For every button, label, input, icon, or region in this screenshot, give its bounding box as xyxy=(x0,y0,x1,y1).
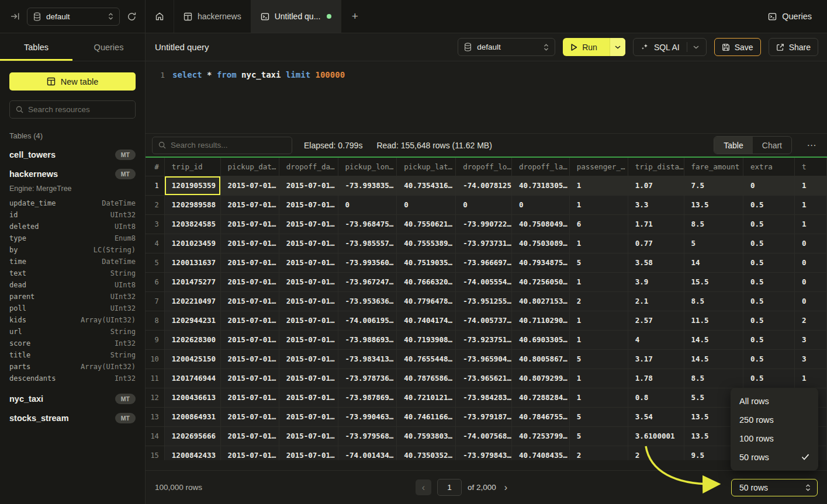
table-cell[interactable]: 0 xyxy=(794,253,826,272)
page-size-option[interactable]: All rows xyxy=(731,392,818,411)
table-cell[interactable]: 40.7253799… xyxy=(511,426,569,446)
table-cell[interactable]: 0.5 xyxy=(743,253,795,272)
table-cell[interactable]: 1 xyxy=(569,195,628,214)
table-cell[interactable]: 7.5 xyxy=(684,176,743,195)
table-cell[interactable]: 2015-07-01… xyxy=(279,272,338,291)
share-button[interactable]: Share xyxy=(769,38,818,56)
table-cell[interactable]: 1 xyxy=(569,272,628,291)
table-cell[interactable]: 3.6100001 xyxy=(628,426,684,446)
table-cell[interactable]: -73.993835… xyxy=(338,176,397,195)
view-toggle-chart[interactable]: Chart xyxy=(753,137,791,154)
results-search[interactable] xyxy=(152,137,292,154)
table-cell[interactable]: 1203824585 xyxy=(164,214,220,234)
search-resources-input[interactable] xyxy=(28,105,129,114)
table-cell[interactable]: -73.990722… xyxy=(456,214,512,234)
table-cell[interactable]: 0 xyxy=(397,195,456,214)
table-cell[interactable]: -73.985557… xyxy=(338,234,397,253)
table-cell[interactable]: 3 xyxy=(794,349,826,369)
table-cell[interactable]: -73.967247… xyxy=(338,272,397,291)
table-cell[interactable]: 5 xyxy=(569,426,628,446)
table-cell[interactable]: 8.5 xyxy=(684,214,743,234)
table-cell[interactable]: 2015-07-01… xyxy=(279,388,338,407)
table-cell[interactable]: 2015-07-01… xyxy=(220,369,279,388)
table-cell[interactable]: 40.7796478… xyxy=(397,291,456,311)
table-cell[interactable]: 2015-07-01… xyxy=(220,234,279,253)
table-cell[interactable]: 0.5 xyxy=(743,311,795,330)
table-cell[interactable]: 15.5 xyxy=(684,272,743,291)
table-cell[interactable]: 3.17 xyxy=(628,349,684,369)
table-cell[interactable]: -73.953636… xyxy=(338,291,397,311)
table-cell[interactable]: -73.968475… xyxy=(338,214,397,234)
table-cell[interactable]: 2015-07-01… xyxy=(220,176,279,195)
table-cell[interactable]: 0.5 xyxy=(743,214,795,234)
column-header[interactable]: extra xyxy=(743,158,795,176)
table-cell[interactable]: 0.5 xyxy=(743,291,795,311)
collapse-sidebar-icon[interactable] xyxy=(11,12,20,20)
table-cell[interactable]: 40.7288284… xyxy=(511,388,569,407)
table-cell[interactable]: 1200436613 xyxy=(164,388,220,407)
sidebar-tab-queries[interactable]: Queries xyxy=(72,33,145,61)
table-cell[interactable]: 40.7350352… xyxy=(397,446,456,460)
table-cell[interactable]: 40.7934875… xyxy=(511,253,569,272)
table-cell[interactable]: 40.8027153… xyxy=(511,291,569,311)
tab-home[interactable] xyxy=(146,0,174,33)
tab-hackernews[interactable]: hackernews xyxy=(174,0,251,33)
table-cell[interactable]: 40.7655448… xyxy=(397,349,456,369)
table-cell[interactable]: 2015-07-01… xyxy=(279,349,338,369)
table-cell[interactable]: 1202695666 xyxy=(164,426,220,446)
table-cell[interactable]: 1201905359 xyxy=(164,176,220,195)
table-cell[interactable]: 2 xyxy=(569,291,628,311)
table-cell[interactable]: 0.8 xyxy=(628,388,684,407)
database-selector[interactable]: default xyxy=(27,8,120,26)
table-cell[interactable]: 2015-07-01… xyxy=(220,214,279,234)
table-cell[interactable]: -74.0078125 xyxy=(456,176,512,195)
table-cell[interactable]: 2015-07-01… xyxy=(220,330,279,349)
new-table-button[interactable]: New table xyxy=(9,72,136,91)
save-button[interactable]: Save xyxy=(714,38,761,56)
query-database-selector[interactable]: default xyxy=(458,38,555,56)
table-cell[interactable]: 1 xyxy=(794,214,826,234)
table-cell[interactable]: -73.990463… xyxy=(338,407,397,426)
table-cell[interactable]: 3.58 xyxy=(628,253,684,272)
table-cell[interactable]: -73.983413… xyxy=(338,349,397,369)
table-cell[interactable]: 40.7593803… xyxy=(397,426,456,446)
table-cell[interactable]: 3.54 xyxy=(628,407,684,426)
table-cell[interactable]: 40.7519035… xyxy=(397,253,456,272)
table-cell[interactable]: 40.7876586… xyxy=(397,369,456,388)
table-cell[interactable]: 1 xyxy=(569,311,628,330)
table-cell[interactable]: 14.5 xyxy=(684,349,743,369)
refresh-icon[interactable] xyxy=(127,12,137,22)
tab-untitled-query[interactable]: Untitled qu... xyxy=(251,0,342,33)
table-cell[interactable]: 3 xyxy=(794,330,826,349)
sidebar-table-cell-towers[interactable]: cell_towers MT xyxy=(0,145,145,164)
table-cell[interactable]: 2015-07-01… xyxy=(220,253,279,272)
column-header[interactable]: dropoff_lo… xyxy=(456,158,512,176)
column-header[interactable]: trip_id xyxy=(164,158,220,176)
view-toggle-table[interactable]: Table xyxy=(714,137,752,154)
table-cell[interactable]: 40.7846755… xyxy=(511,407,569,426)
table-cell[interactable]: 1 xyxy=(569,330,628,349)
table-cell[interactable]: -74.001434… xyxy=(338,446,397,460)
table-cell[interactable]: 0 xyxy=(794,291,826,311)
page-size-option[interactable]: 100 rows xyxy=(731,429,818,448)
table-cell[interactable]: -73.966697… xyxy=(456,253,512,272)
table-cell[interactable]: 14 xyxy=(684,253,743,272)
table-cell[interactable]: 2015-07-01… xyxy=(279,407,338,426)
table-cell[interactable]: -73.979568… xyxy=(338,426,397,446)
table-cell[interactable]: 0 xyxy=(456,195,512,214)
table-cell[interactable]: -74.006195… xyxy=(338,311,397,330)
table-cell[interactable]: 1 xyxy=(569,234,628,253)
table-cell[interactable]: 1.71 xyxy=(628,214,684,234)
table-cell[interactable]: 1200842433 xyxy=(164,446,220,460)
table-cell[interactable]: 1201023459 xyxy=(164,234,220,253)
table-cell[interactable]: 2 xyxy=(628,446,684,460)
table-cell[interactable]: 2015-07-01… xyxy=(279,253,338,272)
column-header[interactable]: dropoff_da… xyxy=(279,158,338,176)
more-options-button[interactable]: ⋯ xyxy=(804,140,820,151)
column-header[interactable]: dropoff_la… xyxy=(511,158,569,176)
table-cell[interactable]: 1202944231 xyxy=(164,311,220,330)
table-cell[interactable]: 2015-07-01… xyxy=(279,311,338,330)
table-cell[interactable]: 0.5 xyxy=(743,349,795,369)
page-size-select[interactable]: 50 rows xyxy=(731,479,818,496)
table-cell[interactable]: 1 xyxy=(569,176,628,195)
